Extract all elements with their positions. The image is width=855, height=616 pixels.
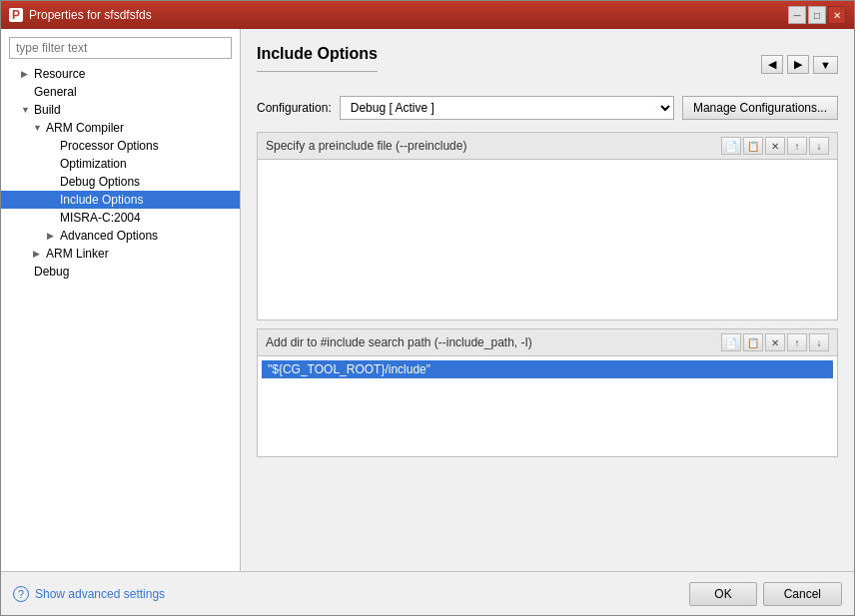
preinclude-up-button[interactable]: ↑ — [787, 137, 807, 155]
sidebar-item-build[interactable]: ▼ Build — [1, 101, 240, 119]
sidebar-item-advanced-options[interactable]: ▶ Advanced Options — [1, 227, 240, 245]
include-path-up-button[interactable]: ↑ — [787, 333, 807, 351]
sidebar-item-label: Build — [34, 103, 61, 117]
expand-icon: ▶ — [33, 249, 43, 259]
main-panel: Include Options ◀ ▶ ▼ Configuration: Deb… — [241, 29, 854, 571]
help-icon: ? — [13, 586, 29, 602]
sidebar-item-label: General — [34, 85, 77, 99]
panel-title: Include Options — [257, 45, 378, 72]
panel-header: Include Options ◀ ▶ ▼ — [257, 45, 838, 84]
maximize-button[interactable]: □ — [808, 6, 826, 24]
bottom-bar: ? Show advanced settings OK Cancel — [1, 571, 854, 615]
ok-button[interactable]: OK — [689, 582, 756, 606]
close-button[interactable]: ✕ — [828, 6, 846, 24]
include-path-item[interactable]: "${CG_TOOL_ROOT}/include" — [262, 360, 833, 378]
sidebar-item-optimization[interactable]: Optimization — [1, 155, 240, 173]
preinclude-delete-button[interactable]: ✕ — [765, 137, 785, 155]
expand-icon: ▶ — [21, 69, 31, 79]
sidebar-item-label: Optimization — [60, 157, 127, 171]
titlebar: P Properties for sfsdfsfds ─ □ ✕ — [1, 1, 854, 29]
sidebar-item-include-options[interactable]: Include Options — [1, 191, 240, 209]
window-controls: ─ □ ✕ — [788, 6, 846, 24]
sidebar-item-arm-linker[interactable]: ▶ ARM Linker — [1, 245, 240, 263]
sidebar-item-general[interactable]: General — [1, 83, 240, 101]
preinclude-toolbar: 📄 📋 ✕ ↑ ↓ — [721, 137, 829, 155]
cancel-button[interactable]: Cancel — [763, 582, 842, 606]
config-label: Configuration: — [257, 101, 332, 115]
sidebar-item-label: Processor Options — [60, 139, 159, 153]
nav-dropdown-button[interactable]: ▼ — [813, 56, 838, 74]
include-path-header: Add dir to #include search path (--inclu… — [258, 329, 837, 356]
include-path-label: Add dir to #include search path (--inclu… — [266, 335, 532, 349]
preinclude-label: Specify a preinclude file (--preinclude) — [266, 139, 466, 153]
include-path-toolbar: 📄 📋 ✕ ↑ ↓ — [721, 333, 829, 351]
nav-forward-button[interactable]: ▶ — [787, 55, 809, 74]
config-select[interactable]: Debug [ Active ] — [340, 96, 674, 120]
sidebar-item-label: MISRA-C:2004 — [60, 211, 141, 225]
manage-configurations-button[interactable]: Manage Configurations... — [682, 96, 838, 120]
include-path-copy-button[interactable]: 📋 — [743, 333, 763, 351]
main-window: P Properties for sfsdfsfds ─ □ ✕ ▶ Resou… — [0, 0, 855, 616]
include-path-add-button[interactable]: 📄 — [721, 333, 741, 351]
window-title: Properties for sfsdfsfds — [29, 8, 152, 22]
preinclude-header: Specify a preinclude file (--preinclude)… — [258, 133, 837, 160]
nav-back-button[interactable]: ◀ — [761, 55, 783, 74]
expand-icon: ▼ — [33, 123, 43, 133]
preinclude-copy-button[interactable]: 📋 — [743, 137, 763, 155]
sidebar-item-label: Resource — [34, 67, 85, 81]
sidebar-item-debug-options[interactable]: Debug Options — [1, 173, 240, 191]
show-advanced-link[interactable]: ? Show advanced settings — [13, 586, 165, 602]
include-path-content: "${CG_TOOL_ROOT}/include" — [258, 356, 837, 456]
preinclude-content — [258, 160, 837, 319]
sidebar-item-label: Advanced Options — [60, 229, 158, 243]
sidebar-item-debug[interactable]: Debug — [1, 263, 240, 281]
config-row: Configuration: Debug [ Active ] Manage C… — [257, 96, 838, 120]
expand-icon: ▶ — [47, 231, 57, 241]
filter-input[interactable] — [9, 37, 232, 59]
sidebar-item-label: Debug Options — [60, 175, 140, 189]
sidebar-item-arm-compiler[interactable]: ▼ ARM Compiler — [1, 119, 240, 137]
sidebar-item-processor-options[interactable]: Processor Options — [1, 137, 240, 155]
sidebar-item-resource[interactable]: ▶ Resource — [1, 65, 240, 83]
app-icon: P — [9, 8, 23, 22]
preinclude-add-button[interactable]: 📄 — [721, 137, 741, 155]
show-advanced-label: Show advanced settings — [35, 587, 165, 601]
content-area: ▶ Resource General ▼ Build ▼ ARM Compile… — [1, 29, 854, 571]
sidebar-item-label: ARM Compiler — [46, 121, 124, 135]
minimize-button[interactable]: ─ — [788, 6, 806, 24]
sidebar-item-label: Include Options — [60, 193, 143, 207]
sidebar: ▶ Resource General ▼ Build ▼ ARM Compile… — [1, 29, 241, 571]
sidebar-item-misra[interactable]: MISRA-C:2004 — [1, 209, 240, 227]
expand-icon: ▼ — [21, 105, 31, 115]
sidebar-item-label: ARM Linker — [46, 247, 109, 261]
include-path-section: Add dir to #include search path (--inclu… — [257, 328, 838, 457]
include-path-down-button[interactable]: ↓ — [809, 333, 829, 351]
include-path-delete-button[interactable]: ✕ — [765, 333, 785, 351]
titlebar-left: P Properties for sfsdfsfds — [9, 8, 152, 22]
preinclude-section: Specify a preinclude file (--preinclude)… — [257, 132, 838, 320]
bottom-buttons: OK Cancel — [689, 582, 842, 606]
preinclude-down-button[interactable]: ↓ — [809, 137, 829, 155]
sidebar-item-label: Debug — [34, 265, 69, 279]
